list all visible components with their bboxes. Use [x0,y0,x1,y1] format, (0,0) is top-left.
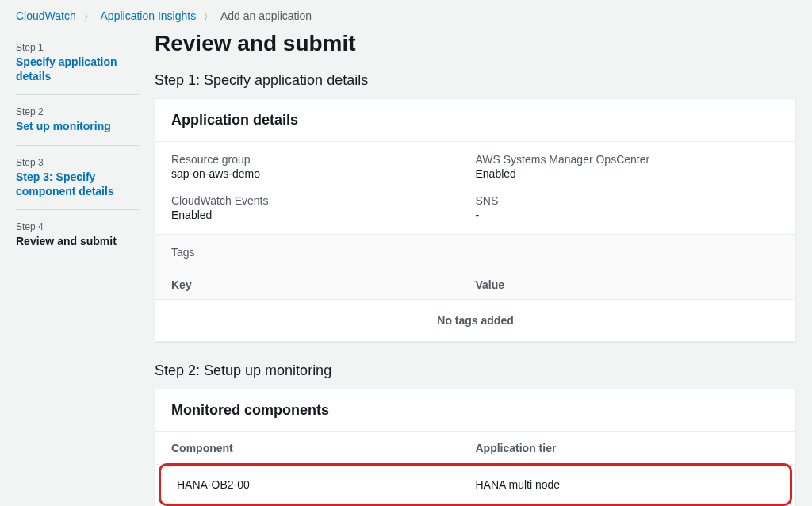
tags-label: Tags [155,234,795,270]
step-num: Step 4 [16,221,139,232]
detail-label: CloudWatch Events [171,194,476,207]
detail-value: Enabled [171,209,476,221]
tags-key-header: Key [171,278,476,291]
table-row: HANA-OB2-00 HANA multi node [161,466,790,504]
tags-value-header: Value [476,278,780,291]
step-nav-3[interactable]: Step 3 Step 3: Specify component details [16,157,139,210]
panel-header: Application details [155,99,795,142]
step-title: Review and submit [16,234,139,248]
detail-label: Resource group [171,153,476,166]
step-num: Step 3 [16,157,139,168]
component-cell: HANA-OB2-00 [177,478,476,491]
breadcrumb: CloudWatch 〉 Application Insights 〉 Add … [0,0,812,29]
cloudwatch-events-field: CloudWatch Events Enabled [171,194,476,221]
chevron-right-icon: 〉 [84,12,93,21]
main-content: Review and submit Step 1: Specify applic… [155,29,796,506]
breadcrumb-cloudwatch[interactable]: CloudWatch [16,10,76,22]
components-table-header: Component Application tier [155,432,795,465]
step-title: Specify application details [16,55,139,83]
tags-table-header: Key Value [155,270,795,300]
detail-value: - [476,209,780,221]
step-nav-4: Step 4 Review and submit [16,221,139,259]
step-num: Step 1 [16,42,139,53]
chevron-right-icon: 〉 [204,12,213,21]
page-title: Review and submit [155,31,796,56]
breadcrumb-app-insights[interactable]: Application Insights [101,10,197,22]
step-title: Step 3: Specify component details [16,170,139,198]
tags-empty: No tags added [155,300,795,341]
component-col-header: Component [171,442,476,454]
opscenter-field: AWS Systems Manager OpsCenter Enabled [476,153,780,180]
detail-value: sap-on-aws-demo [171,167,476,180]
breadcrumb-current: Add an application [220,10,312,22]
tier-col-header: Application tier [476,442,780,454]
sns-field: SNS - [476,194,780,221]
detail-value: Enabled [476,167,780,180]
step-nav-1[interactable]: Step 1 Specify application details [16,42,139,95]
step-nav-2[interactable]: Step 2 Set up monitoring [16,106,139,145]
wizard-steps-sidebar: Step 1 Specify application details Step … [16,29,155,506]
resource-group-field: Resource group sap-on-aws-demo [171,153,476,180]
step-num: Step 2 [16,106,139,117]
panel-header: Monitored components [155,389,795,432]
highlight-annotation: HANA-OB2-00 HANA multi node [159,463,792,506]
step2-section-title: Step 2: Setup up monitoring [155,362,796,379]
monitored-components-panel: Monitored components Component Applicati… [155,389,796,506]
tier-cell: HANA multi node [476,478,775,491]
detail-label: AWS Systems Manager OpsCenter [476,153,780,166]
step-title: Set up monitoring [16,119,139,133]
detail-label: SNS [476,194,780,207]
application-details-panel: Application details Resource group sap-o… [155,98,796,342]
step1-section-title: Step 1: Specify application details [155,72,796,89]
